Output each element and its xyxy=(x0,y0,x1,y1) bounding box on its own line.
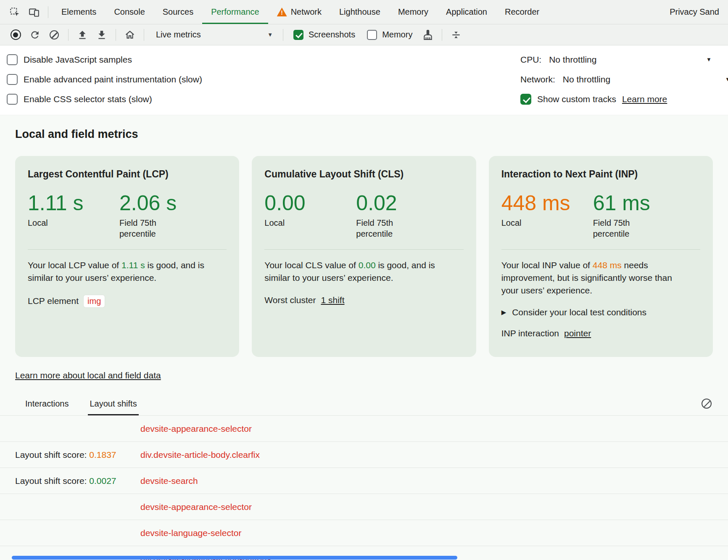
tab-sources[interactable]: Sources xyxy=(154,0,202,24)
collapse-tracks-button[interactable] xyxy=(446,26,466,43)
consider-local-conditions-expander[interactable]: ▶ Consider your local test conditions xyxy=(501,307,700,317)
tab-lighthouse[interactable]: Lighthouse xyxy=(330,0,389,24)
cls-field-value: 0.02 xyxy=(356,193,448,214)
disable-js-samples-checkbox[interactable] xyxy=(7,54,18,65)
tab-privacy-sandbox[interactable]: Privacy Sand xyxy=(661,0,728,24)
shift-element-link[interactable]: devsite-appearance-selector xyxy=(140,502,252,512)
lcp-description: Your local LCP value of 1.11 s is good, … xyxy=(28,259,218,284)
advanced-paint-checkbox[interactable] xyxy=(7,74,18,85)
shift-score: Layout shift score: 0.0027 xyxy=(15,476,140,486)
reload-and-record-button[interactable] xyxy=(25,26,45,43)
tab-elements[interactable]: Elements xyxy=(53,0,105,24)
layout-shift-row: devsite-appearance-selector xyxy=(0,494,728,520)
memory-checkbox[interactable] xyxy=(367,30,377,40)
lcp-card-title: Largest Contentful Paint (LCP) xyxy=(28,169,227,180)
cls-field-label: Field 75th percentile xyxy=(356,217,409,239)
home-button[interactable] xyxy=(120,26,140,43)
panel-tabs: Elements Console Sources Performance ! N… xyxy=(53,0,728,24)
card-divider xyxy=(264,249,463,250)
tab-label: Layout shifts xyxy=(90,399,137,408)
inp-values: 448 ms Local 61 ms Field 75th percentile xyxy=(501,193,700,239)
shift-element-link[interactable]: devsite-appearance-selector xyxy=(140,424,252,434)
tab-label: Elements xyxy=(61,7,96,17)
tab-network[interactable]: ! Network xyxy=(268,0,330,24)
cls-local-label: Local xyxy=(264,217,317,228)
css-selector-stats-checkbox[interactable] xyxy=(7,94,18,105)
lcp-values: 1.11 s Local 2.06 s Field 75th percentil… xyxy=(28,193,227,239)
shift-element-link[interactable]: devsite-language-selector xyxy=(140,528,241,538)
chevron-down-icon: ▼ xyxy=(725,76,728,82)
toolbar-divider xyxy=(68,29,69,41)
tab-memory[interactable]: Memory xyxy=(389,0,437,24)
card-divider xyxy=(501,249,700,250)
horizontal-scrollbar-thumb[interactable] xyxy=(12,556,457,560)
screenshots-checkbox[interactable] xyxy=(293,30,303,40)
devtools-tab-bar: Elements Console Sources Performance ! N… xyxy=(0,0,728,24)
performance-settings: Disable JavaScript samples Enable advanc… xyxy=(0,45,728,115)
tab-layout-shifts[interactable]: Layout shifts xyxy=(88,399,138,415)
lcp-local-value: 1.11 s xyxy=(28,193,119,214)
cls-card: Cumulative Layout Shift (CLS) 0.00 Local… xyxy=(252,156,476,357)
collect-garbage-button[interactable] xyxy=(418,26,438,43)
inp-card-title: Interaction to Next Paint (INP) xyxy=(501,169,700,180)
tab-console[interactable]: Console xyxy=(105,0,153,24)
tab-label: Recorder xyxy=(505,7,539,17)
layout-shift-row: devsite-language-selector xyxy=(0,520,728,546)
toolbar-divider xyxy=(442,29,442,41)
tab-performance[interactable]: Performance xyxy=(202,0,268,24)
cls-description: Your local CLS value of 0.00 is good, an… xyxy=(264,259,454,284)
tab-recorder[interactable]: Recorder xyxy=(496,0,548,24)
memory-checkbox-group: Memory xyxy=(367,30,412,40)
live-metrics-dropdown[interactable]: Live metrics ▼ xyxy=(148,30,279,40)
learn-more-field-data-link[interactable]: Learn more about local and field data xyxy=(15,370,161,380)
clear-log-button[interactable] xyxy=(700,397,713,410)
metric-cards: Largest Contentful Paint (LCP) 1.11 s Lo… xyxy=(0,141,728,357)
cpu-throttling-row: CPU: No throttling ▼ xyxy=(516,50,728,69)
collapse-icon xyxy=(451,29,462,40)
advanced-paint-label: Enable advanced paint instrumentation (s… xyxy=(24,74,202,85)
toolbar-divider xyxy=(116,29,116,41)
custom-tracks-learn-more-link[interactable]: Learn more xyxy=(622,94,667,104)
inspect-icon xyxy=(9,7,20,18)
record-button[interactable] xyxy=(6,26,25,43)
tab-label: Performance xyxy=(211,7,259,17)
shift-element-link[interactable]: div.devsite-article-body.clearfix xyxy=(140,450,260,460)
throttling-settings: CPU: No throttling ▼ Network: No throttl… xyxy=(516,50,728,109)
load-profile-button[interactable] xyxy=(73,26,92,43)
inspect-element-button[interactable] xyxy=(5,0,24,24)
worst-cluster-link[interactable]: 1 shift xyxy=(321,295,344,305)
consider-local-conditions-label: Consider your local test conditions xyxy=(512,307,646,317)
toolbar-divider xyxy=(283,29,283,41)
network-throttling-row: Network: No throttling ▼ xyxy=(516,69,728,89)
toolbar-divider xyxy=(48,6,48,18)
lcp-element-chip[interactable]: img xyxy=(84,295,105,307)
tab-label: Application xyxy=(446,7,487,17)
metrics-heading: Local and field metrics xyxy=(0,115,728,141)
upload-icon xyxy=(77,29,88,40)
live-metrics-label: Live metrics xyxy=(156,30,201,40)
lcp-field-value: 2.06 s xyxy=(119,193,211,214)
shift-element-link[interactable]: devsite-search xyxy=(140,476,198,486)
lcp-element-row: LCP element img xyxy=(28,295,227,307)
inp-interaction-label: INP interaction xyxy=(501,328,559,338)
show-custom-tracks-checkbox[interactable] xyxy=(520,94,531,105)
lcp-local-label: Local xyxy=(28,217,80,228)
tab-interactions[interactable]: Interactions xyxy=(24,399,70,415)
inp-interaction-link[interactable]: pointer xyxy=(564,328,591,338)
chevron-down-icon: ▼ xyxy=(267,32,273,38)
clear-button[interactable] xyxy=(45,26,64,43)
device-toolbar-button[interactable] xyxy=(24,0,44,24)
tab-label: Lighthouse xyxy=(339,7,380,17)
network-throttling-select[interactable]: No throttling xyxy=(563,74,610,85)
tab-label: Interactions xyxy=(25,399,69,408)
tab-application[interactable]: Application xyxy=(437,0,496,24)
cleaning-icon xyxy=(422,29,433,40)
screenshots-checkbox-group: Screenshots xyxy=(293,30,355,40)
cls-worst-cluster-row: Worst cluster 1 shift xyxy=(264,295,463,305)
layout-shift-row: Layout shift score: 0.1837 div.devsite-a… xyxy=(0,442,728,468)
cpu-throttling-select[interactable]: No throttling xyxy=(549,55,596,65)
block-icon xyxy=(50,30,59,40)
layout-shift-row: devsite-appearance-selector xyxy=(0,416,728,442)
screenshots-label: Screenshots xyxy=(309,30,355,40)
save-profile-button[interactable] xyxy=(92,26,111,43)
